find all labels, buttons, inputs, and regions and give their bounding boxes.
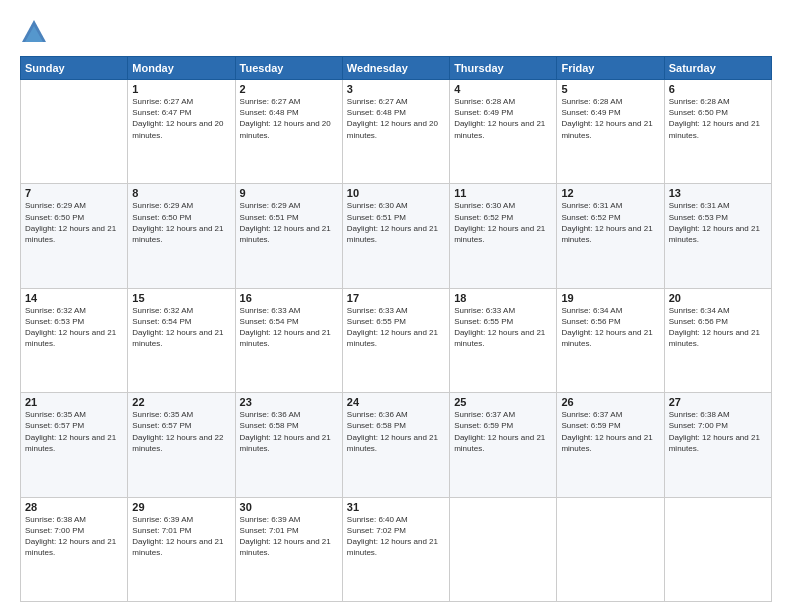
day-number: 22 <box>132 396 230 408</box>
day-info: Sunrise: 6:38 AM Sunset: 7:00 PM Dayligh… <box>669 409 767 454</box>
calendar-cell <box>21 80 128 184</box>
logo-icon <box>20 18 48 46</box>
day-number: 25 <box>454 396 552 408</box>
day-info: Sunrise: 6:35 AM Sunset: 6:57 PM Dayligh… <box>132 409 230 454</box>
day-number: 5 <box>561 83 659 95</box>
calendar-cell: 2Sunrise: 6:27 AM Sunset: 6:48 PM Daylig… <box>235 80 342 184</box>
calendar-cell: 18Sunrise: 6:33 AM Sunset: 6:55 PM Dayli… <box>450 288 557 392</box>
calendar-week-3: 14Sunrise: 6:32 AM Sunset: 6:53 PM Dayli… <box>21 288 772 392</box>
day-number: 16 <box>240 292 338 304</box>
day-number: 1 <box>132 83 230 95</box>
calendar-cell: 13Sunrise: 6:31 AM Sunset: 6:53 PM Dayli… <box>664 184 771 288</box>
header <box>20 18 772 46</box>
calendar-header-thursday: Thursday <box>450 57 557 80</box>
day-info: Sunrise: 6:35 AM Sunset: 6:57 PM Dayligh… <box>25 409 123 454</box>
calendar-cell: 6Sunrise: 6:28 AM Sunset: 6:50 PM Daylig… <box>664 80 771 184</box>
day-number: 28 <box>25 501 123 513</box>
day-number: 12 <box>561 187 659 199</box>
calendar-cell: 16Sunrise: 6:33 AM Sunset: 6:54 PM Dayli… <box>235 288 342 392</box>
calendar-table: SundayMondayTuesdayWednesdayThursdayFrid… <box>20 56 772 602</box>
calendar-header-monday: Monday <box>128 57 235 80</box>
day-number: 8 <box>132 187 230 199</box>
day-number: 24 <box>347 396 445 408</box>
calendar-cell: 21Sunrise: 6:35 AM Sunset: 6:57 PM Dayli… <box>21 393 128 497</box>
calendar-header-tuesday: Tuesday <box>235 57 342 80</box>
day-number: 9 <box>240 187 338 199</box>
day-info: Sunrise: 6:31 AM Sunset: 6:53 PM Dayligh… <box>669 200 767 245</box>
calendar-cell: 15Sunrise: 6:32 AM Sunset: 6:54 PM Dayli… <box>128 288 235 392</box>
calendar-week-5: 28Sunrise: 6:38 AM Sunset: 7:00 PM Dayli… <box>21 497 772 601</box>
calendar-cell: 12Sunrise: 6:31 AM Sunset: 6:52 PM Dayli… <box>557 184 664 288</box>
calendar-cell: 11Sunrise: 6:30 AM Sunset: 6:52 PM Dayli… <box>450 184 557 288</box>
logo <box>20 18 51 46</box>
day-number: 14 <box>25 292 123 304</box>
calendar-cell: 10Sunrise: 6:30 AM Sunset: 6:51 PM Dayli… <box>342 184 449 288</box>
calendar-cell: 30Sunrise: 6:39 AM Sunset: 7:01 PM Dayli… <box>235 497 342 601</box>
calendar-cell: 26Sunrise: 6:37 AM Sunset: 6:59 PM Dayli… <box>557 393 664 497</box>
calendar-week-1: 1Sunrise: 6:27 AM Sunset: 6:47 PM Daylig… <box>21 80 772 184</box>
day-info: Sunrise: 6:27 AM Sunset: 6:47 PM Dayligh… <box>132 96 230 141</box>
calendar-header-row: SundayMondayTuesdayWednesdayThursdayFrid… <box>21 57 772 80</box>
day-info: Sunrise: 6:29 AM Sunset: 6:50 PM Dayligh… <box>132 200 230 245</box>
calendar-cell: 9Sunrise: 6:29 AM Sunset: 6:51 PM Daylig… <box>235 184 342 288</box>
calendar-cell: 20Sunrise: 6:34 AM Sunset: 6:56 PM Dayli… <box>664 288 771 392</box>
day-info: Sunrise: 6:27 AM Sunset: 6:48 PM Dayligh… <box>347 96 445 141</box>
day-number: 10 <box>347 187 445 199</box>
calendar-cell <box>450 497 557 601</box>
day-number: 19 <box>561 292 659 304</box>
day-number: 27 <box>669 396 767 408</box>
calendar-cell: 27Sunrise: 6:38 AM Sunset: 7:00 PM Dayli… <box>664 393 771 497</box>
calendar-header-friday: Friday <box>557 57 664 80</box>
day-number: 31 <box>347 501 445 513</box>
day-number: 26 <box>561 396 659 408</box>
calendar-cell: 23Sunrise: 6:36 AM Sunset: 6:58 PM Dayli… <box>235 393 342 497</box>
day-number: 29 <box>132 501 230 513</box>
calendar-cell: 28Sunrise: 6:38 AM Sunset: 7:00 PM Dayli… <box>21 497 128 601</box>
day-info: Sunrise: 6:30 AM Sunset: 6:52 PM Dayligh… <box>454 200 552 245</box>
day-number: 2 <box>240 83 338 95</box>
day-number: 17 <box>347 292 445 304</box>
calendar-header-wednesday: Wednesday <box>342 57 449 80</box>
calendar-cell: 3Sunrise: 6:27 AM Sunset: 6:48 PM Daylig… <box>342 80 449 184</box>
calendar-cell: 22Sunrise: 6:35 AM Sunset: 6:57 PM Dayli… <box>128 393 235 497</box>
calendar-cell: 5Sunrise: 6:28 AM Sunset: 6:49 PM Daylig… <box>557 80 664 184</box>
day-info: Sunrise: 6:38 AM Sunset: 7:00 PM Dayligh… <box>25 514 123 559</box>
calendar-cell: 29Sunrise: 6:39 AM Sunset: 7:01 PM Dayli… <box>128 497 235 601</box>
day-info: Sunrise: 6:29 AM Sunset: 6:50 PM Dayligh… <box>25 200 123 245</box>
calendar-cell: 8Sunrise: 6:29 AM Sunset: 6:50 PM Daylig… <box>128 184 235 288</box>
day-info: Sunrise: 6:34 AM Sunset: 6:56 PM Dayligh… <box>669 305 767 350</box>
day-info: Sunrise: 6:40 AM Sunset: 7:02 PM Dayligh… <box>347 514 445 559</box>
day-number: 6 <box>669 83 767 95</box>
calendar-cell: 1Sunrise: 6:27 AM Sunset: 6:47 PM Daylig… <box>128 80 235 184</box>
day-info: Sunrise: 6:31 AM Sunset: 6:52 PM Dayligh… <box>561 200 659 245</box>
calendar-cell: 19Sunrise: 6:34 AM Sunset: 6:56 PM Dayli… <box>557 288 664 392</box>
calendar-week-2: 7Sunrise: 6:29 AM Sunset: 6:50 PM Daylig… <box>21 184 772 288</box>
calendar-cell: 4Sunrise: 6:28 AM Sunset: 6:49 PM Daylig… <box>450 80 557 184</box>
calendar-header-sunday: Sunday <box>21 57 128 80</box>
calendar-cell: 25Sunrise: 6:37 AM Sunset: 6:59 PM Dayli… <box>450 393 557 497</box>
day-info: Sunrise: 6:28 AM Sunset: 6:49 PM Dayligh… <box>561 96 659 141</box>
day-number: 18 <box>454 292 552 304</box>
day-number: 23 <box>240 396 338 408</box>
day-number: 21 <box>25 396 123 408</box>
day-number: 3 <box>347 83 445 95</box>
calendar-cell: 17Sunrise: 6:33 AM Sunset: 6:55 PM Dayli… <box>342 288 449 392</box>
calendar-cell: 14Sunrise: 6:32 AM Sunset: 6:53 PM Dayli… <box>21 288 128 392</box>
calendar-cell: 24Sunrise: 6:36 AM Sunset: 6:58 PM Dayli… <box>342 393 449 497</box>
day-info: Sunrise: 6:33 AM Sunset: 6:55 PM Dayligh… <box>454 305 552 350</box>
day-info: Sunrise: 6:32 AM Sunset: 6:54 PM Dayligh… <box>132 305 230 350</box>
day-info: Sunrise: 6:27 AM Sunset: 6:48 PM Dayligh… <box>240 96 338 141</box>
calendar-cell: 31Sunrise: 6:40 AM Sunset: 7:02 PM Dayli… <box>342 497 449 601</box>
day-number: 20 <box>669 292 767 304</box>
day-info: Sunrise: 6:33 AM Sunset: 6:54 PM Dayligh… <box>240 305 338 350</box>
calendar-cell <box>557 497 664 601</box>
day-info: Sunrise: 6:39 AM Sunset: 7:01 PM Dayligh… <box>240 514 338 559</box>
day-info: Sunrise: 6:39 AM Sunset: 7:01 PM Dayligh… <box>132 514 230 559</box>
day-number: 11 <box>454 187 552 199</box>
day-info: Sunrise: 6:29 AM Sunset: 6:51 PM Dayligh… <box>240 200 338 245</box>
day-info: Sunrise: 6:37 AM Sunset: 6:59 PM Dayligh… <box>454 409 552 454</box>
day-info: Sunrise: 6:34 AM Sunset: 6:56 PM Dayligh… <box>561 305 659 350</box>
day-number: 15 <box>132 292 230 304</box>
day-info: Sunrise: 6:28 AM Sunset: 6:50 PM Dayligh… <box>669 96 767 141</box>
page: SundayMondayTuesdayWednesdayThursdayFrid… <box>0 0 792 612</box>
